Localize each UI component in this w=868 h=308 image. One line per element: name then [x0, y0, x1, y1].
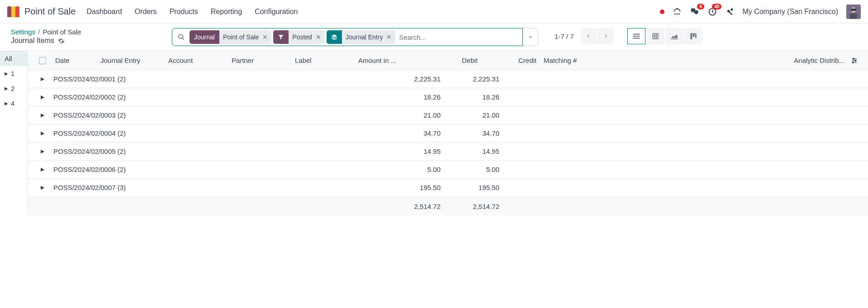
- pager-prev-button[interactable]: [580, 28, 597, 44]
- row-label: POSS/2024/02/0003 (2): [52, 111, 359, 119]
- avatar[interactable]: [846, 5, 861, 19]
- search-area: Journal Point of Sale ✕ Posted ✕: [172, 28, 538, 46]
- chip-posted-close-icon[interactable]: ✕: [316, 33, 321, 41]
- row-debit: 34.70: [359, 129, 441, 137]
- view-list-button[interactable]: [627, 28, 645, 44]
- filter-icon: [273, 30, 289, 44]
- svg-point-24: [853, 58, 854, 59]
- app-logo[interactable]: [7, 6, 20, 17]
- search-box[interactable]: Journal Point of Sale ✕ Posted ✕: [172, 28, 523, 46]
- filter-chip-posted: Posted ✕: [273, 30, 325, 44]
- row-debit: 18.26: [359, 93, 441, 101]
- breadcrumb-sep: /: [38, 28, 40, 36]
- column-settings-icon[interactable]: [851, 57, 864, 64]
- row-credit: 34.70: [441, 129, 499, 137]
- nav-menu: Dashboard Orders Products Reporting Conf…: [86, 8, 298, 16]
- messages-icon[interactable]: 6: [690, 7, 700, 16]
- row-expand-icon[interactable]: ▶: [33, 185, 52, 190]
- pager: 1-7 / 7: [555, 28, 614, 44]
- breadcrumb-pos: Point of Sale: [43, 28, 81, 36]
- page-title: Journal Items: [11, 37, 54, 45]
- sidebar-all[interactable]: All: [0, 51, 28, 66]
- col-matching[interactable]: Matching #: [540, 57, 590, 64]
- chip-posted-value: Posted: [292, 33, 312, 41]
- app-title[interactable]: Point of Sale: [24, 6, 76, 17]
- row-credit: 18.26: [441, 93, 499, 101]
- row-expand-icon[interactable]: ▶: [33, 94, 52, 100]
- control-bar: Settings / Point of Sale Journal Items J…: [0, 24, 868, 51]
- col-amount[interactable]: Amount in ...: [355, 57, 422, 64]
- view-pivot-button[interactable]: [646, 28, 664, 44]
- row-expand-icon[interactable]: ▶: [33, 130, 52, 136]
- table-row[interactable]: ▶ POSS/2024/02/0005 (2) 14.95 14.95: [28, 142, 868, 161]
- phone-icon[interactable]: [673, 7, 682, 16]
- groupby-chip-journal-entry: Journal Entry ✕: [327, 30, 395, 44]
- activities-icon[interactable]: 40: [708, 7, 717, 16]
- caret-right-icon: ▶: [5, 71, 8, 76]
- nav-products[interactable]: Products: [170, 8, 198, 16]
- col-partner[interactable]: Partner: [228, 57, 291, 64]
- chip-journal-close-icon[interactable]: ✕: [262, 33, 268, 41]
- svg-rect-20: [690, 33, 692, 39]
- col-date[interactable]: Date: [52, 57, 97, 64]
- col-analytic[interactable]: Analytic Distrib...: [590, 57, 863, 64]
- col-label[interactable]: Label: [291, 57, 355, 64]
- nav-reporting[interactable]: Reporting: [211, 8, 242, 16]
- row-label: POSS/2024/02/0001 (2): [52, 75, 359, 83]
- row-label: POSS/2024/02/0006 (2): [52, 166, 359, 173]
- row-credit: 21.00: [441, 111, 499, 119]
- breadcrumb-settings[interactable]: Settings: [11, 28, 35, 36]
- col-credit[interactable]: Credit: [481, 57, 540, 64]
- row-credit: 2,225.31: [441, 75, 499, 83]
- nav-dashboard[interactable]: Dashboard: [86, 8, 122, 16]
- top-nav: Point of Sale Dashboard Orders Products …: [0, 0, 868, 24]
- pager-text[interactable]: 1-7 / 7: [555, 33, 574, 40]
- row-expand-icon[interactable]: ▶: [33, 148, 52, 154]
- row-debit: 21.00: [359, 111, 441, 119]
- topnav-right: 6 40 My Company (San Francisco): [660, 5, 861, 19]
- tools-icon[interactable]: [725, 7, 734, 16]
- chip-journal-head: Journal: [190, 30, 219, 44]
- col-account[interactable]: Account: [165, 57, 228, 64]
- table-row[interactable]: ▶ POSS/2024/02/0007 (3) 195.50 195.50: [28, 179, 868, 197]
- layers-icon: [327, 30, 342, 44]
- company-name[interactable]: My Company (San Francisco): [742, 8, 838, 16]
- table-row[interactable]: ▶ POSS/2024/02/0003 (2) 21.00 21.00: [28, 106, 868, 124]
- svg-point-26: [855, 60, 856, 61]
- table-row[interactable]: ▶ POSS/2024/02/0006 (2) 5.00 5.00: [28, 161, 868, 179]
- svg-rect-8: [850, 14, 857, 19]
- filter-chip-journal: Journal Point of Sale ✕: [190, 30, 271, 44]
- sidebar-item-1[interactable]: ▶ 1: [0, 66, 28, 81]
- pager-next-button[interactable]: [598, 28, 614, 44]
- table: Date Journal Entry Account Partner Label…: [28, 51, 868, 216]
- gear-icon[interactable]: [58, 38, 65, 44]
- row-expand-icon[interactable]: ▶: [33, 166, 52, 172]
- row-expand-icon[interactable]: ▶: [33, 112, 52, 118]
- nav-configuration[interactable]: Configuration: [255, 8, 298, 16]
- sidebar-item-2[interactable]: ▶ 2: [0, 81, 28, 96]
- col-debit[interactable]: Debit: [422, 57, 481, 64]
- svg-rect-21: [693, 33, 694, 37]
- col-journal-entry[interactable]: Journal Entry: [97, 57, 165, 64]
- row-expand-icon[interactable]: ▶: [33, 76, 52, 82]
- nav-orders[interactable]: Orders: [135, 8, 157, 16]
- search-input[interactable]: [397, 33, 520, 41]
- row-label: POSS/2024/02/0004 (2): [52, 129, 359, 137]
- chip-groupby-close-icon[interactable]: ✕: [386, 33, 392, 41]
- row-credit: 5.00: [441, 166, 499, 173]
- row-debit: 195.50: [359, 184, 441, 191]
- sidebar-item-4[interactable]: ▶ 4: [0, 96, 28, 111]
- status-dot-icon[interactable]: [660, 9, 664, 14]
- view-graph-button[interactable]: [665, 28, 683, 44]
- activities-badge: 40: [712, 4, 721, 9]
- row-label: POSS/2024/02/0005 (2): [52, 147, 359, 155]
- table-row[interactable]: ▶ POSS/2024/02/0004 (2) 34.70 34.70: [28, 124, 868, 142]
- table-row[interactable]: ▶ POSS/2024/02/0001 (2) 2,225.31 2,225.3…: [28, 70, 868, 88]
- search-icon: [175, 33, 188, 41]
- chip-groupby-value: Journal Entry: [346, 33, 383, 41]
- table-row[interactable]: ▶ POSS/2024/02/0002 (2) 18.26 18.26: [28, 88, 868, 106]
- select-all-checkbox[interactable]: [39, 57, 46, 64]
- search-dropdown-toggle[interactable]: [523, 28, 538, 46]
- breadcrumb: Settings / Point of Sale: [11, 28, 165, 36]
- view-kanban-button[interactable]: [684, 28, 702, 44]
